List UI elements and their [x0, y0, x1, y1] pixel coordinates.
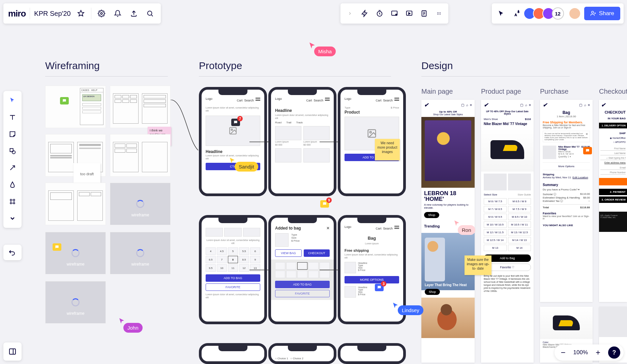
divider: [199, 76, 391, 77]
sticky-tool[interactable]: [6, 128, 19, 140]
design-product-page[interactable]: ✔▢ ⌕ ≡ UP TO 40% OFF Shop Our Latest Sal…: [481, 100, 534, 363]
comment-bubble[interactable]: [53, 243, 61, 251]
shape-tool[interactable]: [6, 145, 19, 157]
sticky-note[interactable]: too draft: [73, 163, 100, 185]
share-button[interactable]: Share: [584, 7, 620, 20]
section-title-prototype: Prototype: [199, 60, 242, 71]
top-toolbar-right: 12 Share: [492, 3, 624, 24]
comment-bubble[interactable]: 7: [231, 119, 240, 126]
wireframe-placeholder[interactable]: wireframe: [110, 232, 171, 274]
connector: [249, 142, 270, 142]
arrow-tool[interactable]: [6, 162, 19, 174]
zoom-in-button[interactable]: +: [593, 347, 603, 358]
checkout-button[interactable]: CHECKOUT: [304, 249, 330, 257]
reactions-icon[interactable]: [511, 7, 523, 20]
comment-bubble[interactable]: 3: [375, 284, 384, 291]
phone-mockup[interactable]: [199, 343, 267, 364]
settings-icon[interactable]: [95, 7, 108, 20]
close-icon[interactable]: ✕: [326, 226, 330, 231]
zoom-controls: − 100% + ?: [555, 344, 624, 361]
favorite-button[interactable]: FAVORITE: [206, 283, 260, 291]
shop-button[interactable]: Shop: [424, 212, 439, 218]
zoom-value[interactable]: 100%: [573, 349, 588, 356]
connector: [320, 142, 339, 142]
svg-point-8: [100, 12, 102, 14]
comment-bubble[interactable]: [583, 147, 592, 154]
zoom-out-button[interactable]: −: [558, 347, 569, 358]
top-toolbar-center: [340, 3, 448, 24]
svg-rect-24: [9, 349, 16, 354]
comment-bubble[interactable]: [60, 97, 69, 104]
more-options-button[interactable]: MORE OPTIONS: [345, 276, 399, 283]
svg-point-9: [147, 11, 152, 16]
select-tool[interactable]: [6, 94, 19, 107]
collaborator-count[interactable]: 12: [552, 7, 564, 20]
section-title-design: Design: [421, 60, 453, 71]
wireframe-sketch[interactable]: [45, 183, 106, 225]
cursor-icon: [229, 157, 236, 164]
left-toolbar: [3, 91, 22, 228]
phone-mockup[interactable]: ○ Choice 1 ○ Choice 2: [268, 343, 336, 364]
wireframe-sketch[interactable]: [110, 134, 171, 177]
wireframe-placeholder[interactable]: wireframe: [45, 232, 106, 274]
col-checkout: Checkout: [599, 88, 627, 95]
svg-point-17: [440, 12, 441, 13]
cursor-sandjit: Sandjit: [235, 162, 258, 172]
notes-icon[interactable]: [418, 7, 430, 20]
top-toolbar-left: miro KPR Sep'20: [3, 3, 161, 24]
help-button[interactable]: ?: [608, 346, 620, 359]
sticky-note[interactable]: Make sure the images are up-to- date: [465, 255, 491, 275]
design-checkout[interactable]: ✔ CHECKOUT IN YOUR BAG 1. DELIVERY OPTIO…: [599, 100, 627, 302]
sticky-note[interactable]: We need more product images: [375, 139, 400, 160]
collaborator-avatars[interactable]: 12: [526, 7, 564, 20]
present-icon[interactable]: [403, 7, 415, 20]
pen-tool[interactable]: [6, 179, 19, 191]
bell-icon[interactable]: [112, 7, 124, 20]
close-icon[interactable]: ✕: [586, 132, 588, 136]
divider: [45, 76, 168, 77]
svg-point-12: [395, 14, 397, 16]
comment-bubble[interactable]: 9: [320, 200, 329, 208]
search-icon[interactable]: [144, 7, 156, 20]
wireframe-sketch[interactable]: CASES HELP UX DESIGN: [45, 86, 106, 128]
cursor-john: John: [123, 323, 143, 333]
phone-mockup[interactable]: [338, 343, 406, 364]
view-bag-button[interactable]: VIEW BAG: [275, 249, 302, 257]
more-icon[interactable]: [433, 7, 445, 20]
cursor-icon: [454, 220, 460, 226]
svg-point-3: [370, 131, 371, 133]
svg-point-23: [12, 151, 15, 154]
section-title-wireframing: Wireframing: [45, 60, 100, 71]
frames-panel-button[interactable]: [3, 342, 22, 361]
undo-button[interactable]: [3, 245, 22, 260]
wireframe-placeholder[interactable]: wireframe: [110, 183, 171, 225]
svg-point-21: [591, 11, 593, 13]
connector: [320, 270, 339, 270]
export-icon[interactable]: [128, 7, 140, 20]
svg-point-19: [439, 14, 439, 14]
timer-icon[interactable]: [374, 7, 386, 20]
design-purchase[interactable]: ✔▢ ⌕ ≡ Bag 1 item | $118.00 Free Shippin…: [540, 100, 593, 302]
bolt-icon[interactable]: [359, 7, 371, 20]
screen-share-icon[interactable]: [388, 7, 400, 20]
connector: [249, 270, 270, 270]
avatar-self[interactable]: [569, 7, 581, 20]
star-icon[interactable]: [75, 7, 87, 20]
frame-tool[interactable]: [6, 195, 19, 208]
svg-point-1: [231, 129, 233, 130]
col-product-page: Product page: [481, 88, 521, 95]
wireframe-placeholder[interactable]: wireframe: [45, 281, 106, 324]
text-tool[interactable]: [6, 111, 19, 123]
miro-logo[interactable]: miro: [8, 8, 26, 19]
more-tools[interactable]: [6, 212, 19, 224]
col-main-page: Main page: [421, 88, 453, 95]
cursor-ron: Ron: [458, 225, 475, 235]
cursor-icon[interactable]: [495, 7, 507, 20]
wireframe-sketch[interactable]: [110, 86, 171, 128]
svg-point-16: [439, 12, 439, 13]
svg-point-20: [440, 14, 441, 14]
add-to-bag-button[interactable]: ADD TO BAG: [206, 274, 260, 282]
chevron-icon[interactable]: [344, 7, 356, 20]
board-name[interactable]: KPR Sep'20: [34, 10, 70, 18]
connector: [171, 100, 199, 154]
